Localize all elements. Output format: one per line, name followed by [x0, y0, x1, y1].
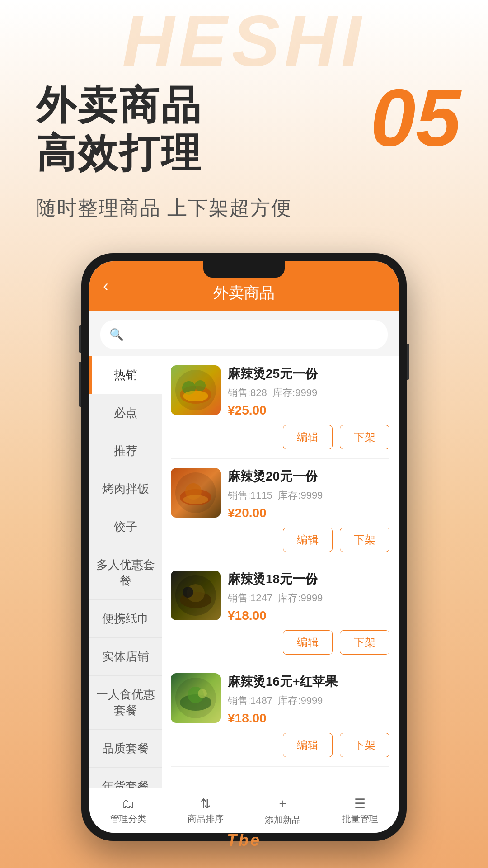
product-card-2: 麻辣烫18元一份 销售:1247 库存:9999 ¥18.00 编辑 下架 — [171, 561, 389, 664]
shelf-button-2[interactable]: 下架 — [340, 630, 389, 655]
edit-button-1[interactable]: 编辑 — [283, 528, 333, 552]
svg-point-8 — [183, 495, 208, 504]
phone-side-button-left-2 — [79, 362, 81, 407]
svg-point-4 — [183, 391, 208, 401]
search-bar[interactable]: 🔍 — [100, 320, 388, 349]
product-details-1: 麻辣烫20元一份 销售:1115 库存:9999 ¥20.00 — [228, 468, 389, 520]
phone-side-button-right — [407, 344, 409, 380]
shelf-button-3[interactable]: 下架 — [340, 733, 389, 757]
product-actions-3: 编辑 下架 — [171, 733, 389, 757]
product-info-row-1: 麻辣烫20元一份 销售:1115 库存:9999 ¥20.00 — [171, 468, 389, 520]
nav-item-manage-category[interactable]: 🗂 管理分类 — [89, 796, 167, 825]
bottom-text: Tbe — [0, 831, 488, 850]
product-name-2: 麻辣烫18元一份 — [228, 571, 389, 588]
app-header-title: 外卖商品 — [213, 283, 275, 303]
back-button[interactable]: ‹ — [103, 277, 108, 296]
sidebar-item-4[interactable]: 饺子 — [89, 508, 162, 546]
nav-label-add: 添加新品 — [265, 814, 301, 826]
product-info-row-0: 麻辣烫25元一份 销售:828 库存:9999 ¥25.00 — [171, 365, 389, 418]
product-details-3: 麻辣烫16元+红苹果 销售:1487 库存:9999 ¥18.00 — [228, 673, 389, 726]
svg-point-16 — [198, 689, 207, 698]
nav-item-sort[interactable]: ⇅ 商品排序 — [167, 796, 244, 825]
product-meta-3: 销售:1487 库存:9999 — [228, 694, 389, 708]
product-price-3: ¥18.00 — [228, 711, 389, 726]
sidebar-item-8[interactable]: 一人食优惠套餐 — [89, 676, 162, 730]
product-image-3 — [171, 673, 221, 723]
bottom-nav: 🗂 管理分类 ⇅ 商品排序 ＋ 添加新品 ☰ 批量管理 — [89, 788, 399, 833]
product-info-row-2: 麻辣烫18元一份 销售:1247 库存:9999 ¥18.00 — [171, 571, 389, 623]
product-details-2: 麻辣烫18元一份 销售:1247 库存:9999 ¥18.00 — [228, 571, 389, 623]
sidebar-item-9[interactable]: 品质套餐 — [89, 730, 162, 768]
phone-side-button-left-1 — [79, 326, 81, 353]
nav-item-batch[interactable]: ☰ 批量管理 — [321, 796, 399, 825]
product-card-1: 麻辣烫20元一份 销售:1115 库存:9999 ¥20.00 编辑 下架 — [171, 459, 389, 561]
nav-item-add[interactable]: ＋ 添加新品 — [244, 795, 321, 826]
product-info-row-3: 麻辣烫16元+红苹果 销售:1487 库存:9999 ¥18.00 — [171, 673, 389, 726]
edit-button-3[interactable]: 编辑 — [283, 733, 333, 757]
sidebar-item-5[interactable]: 多人优惠套餐 — [89, 546, 162, 600]
product-image-1 — [171, 468, 221, 518]
phone-notch — [203, 261, 285, 278]
product-actions-2: 编辑 下架 — [171, 630, 389, 655]
add-icon: ＋ — [277, 795, 289, 812]
category-sidebar: 热销 必点 推荐 烤肉拌饭 饺子 多人优惠套餐 便携纸巾 实体店铺 一人食优惠套… — [89, 356, 162, 788]
edit-button-0[interactable]: 编辑 — [283, 425, 333, 449]
sidebar-item-3[interactable]: 烤肉拌饭 — [89, 470, 162, 508]
product-meta-1: 销售:1115 库存:9999 — [228, 489, 389, 502]
svg-point-3 — [195, 380, 206, 391]
phone-screen: ‹ 外卖商品 🔍 热销 必点 推荐 烤肉拌饭 饺子 多人优惠套餐 便携纸巾 实体… — [89, 261, 399, 833]
product-meta-0: 销售:828 库存:9999 — [228, 386, 389, 400]
product-card-0: 麻辣烫25元一份 销售:828 库存:9999 ¥25.00 编辑 下架 — [171, 356, 389, 459]
sidebar-item-7[interactable]: 实体店铺 — [89, 638, 162, 676]
header-section: 外卖商品 高效打理 05 随时整理商品 上下架超方便 — [0, 0, 488, 222]
product-image-0 — [171, 365, 221, 415]
product-actions-0: 编辑 下架 — [171, 425, 389, 449]
phone-frame: ‹ 外卖商品 🔍 热销 必点 推荐 烤肉拌饭 饺子 多人优惠套餐 便携纸巾 实体… — [81, 253, 407, 841]
svg-point-12 — [183, 587, 193, 598]
sidebar-item-6[interactable]: 便携纸巾 — [89, 600, 162, 638]
product-list: 麻辣烫25元一份 销售:828 库存:9999 ¥25.00 编辑 下架 — [162, 356, 399, 788]
search-icon: 🔍 — [109, 328, 124, 342]
product-meta-2: 销售:1247 库存:9999 — [228, 591, 389, 605]
shelf-button-1[interactable]: 下架 — [340, 528, 389, 552]
nav-label-sort: 商品排序 — [188, 813, 224, 825]
product-name-0: 麻辣烫25元一份 — [228, 365, 389, 382]
product-actions-1: 编辑 下架 — [171, 528, 389, 552]
product-price-0: ¥25.00 — [228, 403, 389, 418]
product-image-2 — [171, 571, 221, 620]
batch-icon: ☰ — [354, 796, 366, 811]
product-name-3: 麻辣烫16元+红苹果 — [228, 673, 389, 690]
product-price-1: ¥20.00 — [228, 506, 389, 520]
product-card-3: 麻辣烫16元+红苹果 销售:1487 库存:9999 ¥18.00 编辑 下架 — [171, 664, 389, 767]
shelf-button-0[interactable]: 下架 — [340, 425, 389, 449]
sidebar-item-1[interactable]: 必点 — [89, 394, 162, 432]
manage-category-icon: 🗂 — [122, 796, 135, 811]
nav-label-manage-category: 管理分类 — [110, 813, 146, 825]
product-details-0: 麻辣烫25元一份 销售:828 库存:9999 ¥25.00 — [228, 365, 389, 418]
content-area: 热销 必点 推荐 烤肉拌饭 饺子 多人优惠套餐 便携纸巾 实体店铺 一人食优惠套… — [89, 356, 399, 788]
sidebar-item-0[interactable]: 热销 — [89, 356, 162, 394]
nav-label-batch: 批量管理 — [342, 813, 378, 825]
number-badge: 05 — [371, 77, 461, 158]
subtitle: 随时整理商品 上下架超方便 — [36, 195, 452, 222]
edit-button-2[interactable]: 编辑 — [283, 630, 333, 655]
sidebar-item-10[interactable]: 年货套餐 — [89, 768, 162, 788]
product-price-2: ¥18.00 — [228, 609, 389, 623]
product-name-1: 麻辣烫20元一份 — [228, 468, 389, 485]
sidebar-item-2[interactable]: 推荐 — [89, 432, 162, 470]
phone-mockup: ‹ 外卖商品 🔍 热销 必点 推荐 烤肉拌饭 饺子 多人优惠套餐 便携纸巾 实体… — [81, 253, 407, 841]
sort-icon: ⇅ — [200, 796, 211, 811]
